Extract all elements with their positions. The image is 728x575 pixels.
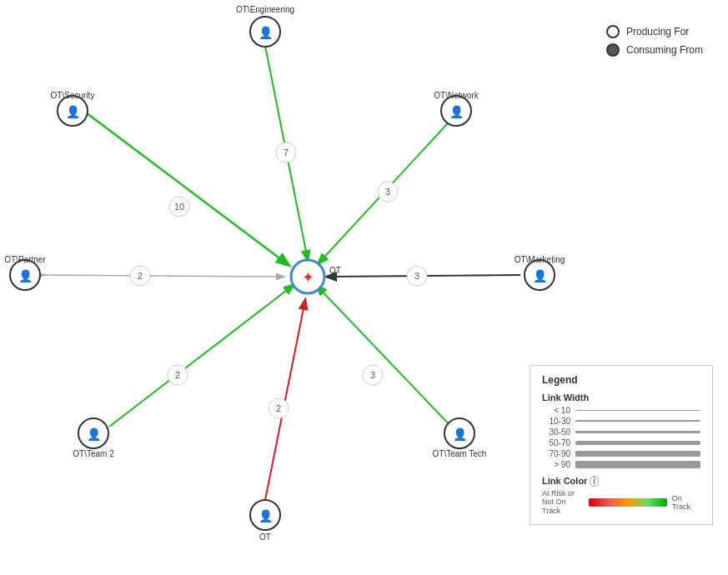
lw-label-2: 10-30 <box>542 417 575 426</box>
producing-for-icon <box>606 25 620 38</box>
node-partner-label: OT\Partner <box>4 255 46 264</box>
legend-title: Legend <box>542 374 700 386</box>
node-team2-label: OT\Team 2 <box>73 449 114 458</box>
node-ot-bottom-icon: 👤 <box>259 509 274 523</box>
link-width-title: Link Width <box>542 392 700 402</box>
diagram-container: 7 10 3 2 3 2 3 2 👤 OT\Engineering 👤 OT\S… <box>0 0 728 575</box>
lw-row-5: 70-90 <box>542 449 700 458</box>
lw-row-2: 10-30 <box>542 417 700 426</box>
lw-row-4: 50-70 <box>542 438 700 448</box>
consuming-from-row: Consuming From <box>606 43 703 57</box>
lw-label-1: < 10 <box>542 406 575 415</box>
node-teamtech-label: OT\Team Tech <box>433 449 487 458</box>
lw-line-1 <box>575 410 700 411</box>
node-security-icon: 👤 <box>66 105 81 119</box>
node-team2-icon: 👤 <box>87 428 102 442</box>
node-marketing-label: OT\Marketing <box>515 255 565 264</box>
edge-label-marketing-text: 3 <box>414 271 419 281</box>
link-color-row: At Risk orNot On Track On Track <box>542 489 700 516</box>
lw-line-6 <box>575 461 700 468</box>
node-engineering-icon: 👤 <box>259 26 274 40</box>
lw-row-3: 30-50 <box>542 428 700 437</box>
node-security-label: OT\Security <box>51 91 95 100</box>
link-color-title: Link Color i <box>542 476 700 486</box>
node-center-label: OT <box>329 266 341 275</box>
node-marketing-icon: 👤 <box>533 269 548 283</box>
lw-label-3: 30-50 <box>542 428 575 437</box>
top-legend: Producing For Consuming From <box>606 25 703 62</box>
node-engineering-label: OT\Engineering <box>236 5 294 14</box>
producing-for-row: Producing For <box>606 25 703 38</box>
lw-line-4 <box>575 441 700 445</box>
node-center-star: ✦ <box>302 269 314 286</box>
lw-line-3 <box>575 431 700 433</box>
link-color-right-label: On Track <box>672 494 700 511</box>
node-partner-icon: 👤 <box>18 269 33 283</box>
consuming-from-icon <box>606 43 620 57</box>
lw-row-1: < 10 <box>542 406 700 415</box>
node-network-icon: 👤 <box>449 105 464 119</box>
edge-security <box>86 112 289 265</box>
edge-label-partner-text: 2 <box>138 271 143 281</box>
lw-label-6: > 90 <box>542 460 575 469</box>
node-network-label: OT\Network <box>434 91 479 100</box>
edge-label-teamtech-text: 3 <box>370 370 375 380</box>
lw-row-6: > 90 <box>542 460 700 469</box>
edge-teamtech <box>317 286 453 428</box>
edge-label-engineering-text: 7 <box>284 148 289 158</box>
edge-team2 <box>109 285 294 427</box>
lw-label-4: 50-70 <box>542 438 575 448</box>
node-ot-bottom-label: OT <box>259 532 271 542</box>
producing-for-label: Producing For <box>626 26 689 38</box>
node-teamtech-icon: 👤 <box>453 428 468 442</box>
link-color-gradient <box>589 498 667 507</box>
edge-label-otbottom-text: 2 <box>276 403 281 413</box>
lw-label-5: 70-90 <box>542 449 575 458</box>
link-color-left-label: At Risk orNot On Track <box>542 489 584 516</box>
lw-line-2 <box>575 420 700 422</box>
lw-line-5 <box>575 451 700 457</box>
edge-label-security-text: 10 <box>174 202 184 212</box>
link-color-info-icon[interactable]: i <box>590 476 598 487</box>
edge-label-network-text: 3 <box>385 187 390 197</box>
edge-ot-bottom <box>265 300 305 500</box>
consuming-from-label: Consuming From <box>626 44 703 56</box>
edge-label-team2-text: 2 <box>175 370 180 380</box>
legend-box: Legend Link Width < 10 10-30 30-50 50-70… <box>530 365 713 525</box>
edge-partner <box>43 275 284 277</box>
